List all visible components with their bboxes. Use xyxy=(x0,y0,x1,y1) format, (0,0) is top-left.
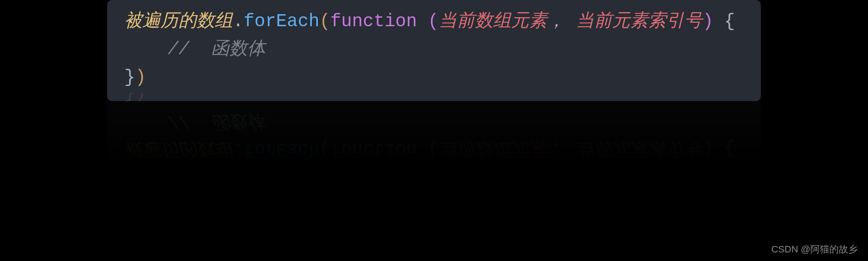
code-line-1: 被遍历的数组.forEach(function (当前数组元素， 当前元素索引号… xyxy=(124,8,744,36)
token-keyword-function: function xyxy=(330,11,417,32)
token-comment-slash: // xyxy=(168,39,189,60)
watermark-text: CSDN @阿猫的故乡 xyxy=(771,243,858,256)
token-open-paren: ( xyxy=(320,11,330,32)
token-param-2: 当前元素索引号 xyxy=(576,11,702,32)
token-dot: . xyxy=(233,11,243,32)
token-comment-space xyxy=(189,39,211,60)
token-close-brace: } xyxy=(124,67,135,88)
token-open-paren-2: ( xyxy=(428,11,439,32)
token-space xyxy=(713,11,724,32)
token-param-1: 当前数组元素 xyxy=(439,11,547,32)
token-comma: ， xyxy=(547,11,565,32)
code-line-3: }) xyxy=(124,64,744,92)
token-open-brace: { xyxy=(724,11,735,32)
token-close-paren-2: ) xyxy=(702,11,713,32)
token-method: forEach xyxy=(243,11,319,32)
token-indent xyxy=(124,39,168,60)
code-snippet: 被遍历的数组.forEach(function (当前数组元素， 当前元素索引号… xyxy=(107,0,761,101)
reflection-effect: 被遍历的数组.forEach(function (当前数组元素， 当前元素索引号… xyxy=(107,93,761,170)
token-close-paren: ) xyxy=(135,67,146,88)
token-space xyxy=(417,11,428,32)
code-line-2: // 函数体 xyxy=(124,36,744,64)
token-array-name: 被遍历的数组 xyxy=(124,11,233,32)
token-space xyxy=(565,11,576,32)
token-comment-text: 函数体 xyxy=(211,39,265,60)
